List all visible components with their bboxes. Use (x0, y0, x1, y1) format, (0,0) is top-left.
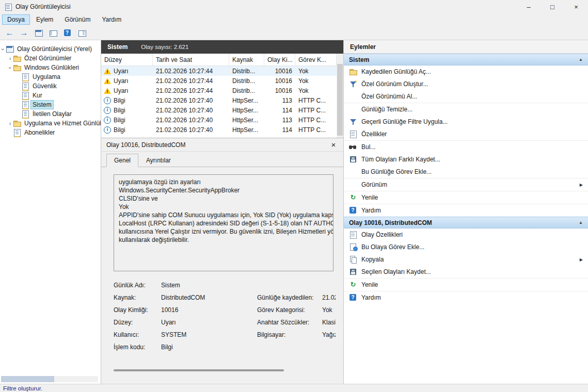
minimize-button[interactable]: – (517, 0, 541, 13)
column-level[interactable]: Düzey (101, 54, 153, 66)
toolbar-back-button[interactable]: ← (3, 27, 16, 39)
actions-group-event-header[interactable]: Olay 10016, DistributedCOM ▲ (344, 217, 588, 228)
action-open-saved-log[interactable]: Kaydedilen Günlüğü Aç... (344, 66, 588, 78)
action-help[interactable]: Yardım (344, 204, 588, 217)
chevron-expanded-icon[interactable]: › (0, 46, 6, 52)
action-save-selected-events[interactable]: Seçilen Olayları Kaydet... (344, 266, 588, 278)
chevron-expanded-icon[interactable]: › (7, 65, 13, 71)
field-label: Kaynak: (114, 294, 161, 301)
chevron-collapsed-icon[interactable]: › (7, 121, 13, 126)
toolbar: ← → (0, 26, 588, 40)
action-create-custom-view[interactable]: Özel Görünüm Oluştur... (344, 78, 588, 90)
action-attach-task-to-event[interactable]: Bu Olaya Görev Ekle... (344, 241, 588, 253)
action-help-event[interactable]: Yardım (344, 291, 588, 304)
tree-item-root[interactable]: › Olay Görüntüleyicisi (Yerel) (0, 44, 101, 54)
action-save-all-events-as[interactable]: Tüm Olayları Farklı Kaydet... (344, 153, 588, 166)
event-row[interactable]: Uyarı 21.02.2026 10:27:44 Distrib... 100… (101, 76, 337, 86)
tree-horizontal-scrollbar[interactable] (1, 376, 98, 382)
toolbar-forward-button[interactable]: → (18, 27, 30, 39)
info-icon (103, 116, 112, 124)
field-label: Günlüğe kaydedilen: (257, 294, 322, 301)
log-icon (21, 110, 29, 118)
action-properties[interactable]: Özellikler (344, 128, 588, 140)
menu-dosya[interactable]: Dosya (2, 14, 30, 25)
scrollbar-thumb[interactable] (1, 376, 54, 382)
toolbar-console-window-button[interactable] (32, 27, 45, 39)
tab-general[interactable]: Genel (106, 154, 138, 167)
column-headers: Düzey Tarih ve Saat Kaynak Olay Ki... Gö… (101, 54, 337, 66)
field-label: Olay Kimliği: (114, 306, 161, 314)
tree-item-setup-log[interactable]: Kur (0, 91, 101, 100)
tree-item-subscriptions[interactable]: Abonelikler (0, 128, 101, 137)
list-title: Sistem (107, 43, 128, 51)
scrollbar-thumb[interactable] (337, 64, 343, 136)
preview-pane: Olay 10016, DistributedCOM × Genel Ayrın… (101, 138, 343, 384)
collapse-icon[interactable]: ▲ (579, 220, 583, 225)
action-import-custom-view[interactable]: Özel Görünümü Al... (344, 90, 588, 103)
action-find[interactable]: Bul... (344, 141, 588, 153)
action-attach-task-to-log[interactable]: Bu Günlüğe Görev Ekle... (344, 166, 588, 178)
field-label: Günlük Adı: (114, 282, 161, 289)
menu-bar: Dosya Eylem Görünüm Yardım (0, 13, 588, 26)
field-value (322, 344, 336, 351)
event-list-scrollbar[interactable] (337, 54, 343, 138)
tree-item-windows-logs[interactable]: › Windows Günlükleri (0, 63, 101, 72)
action-view[interactable]: Görünüm ▶ (344, 178, 588, 191)
tree-item-apps-services-logs[interactable]: › Uygulama ve Hizmet Günlük (0, 119, 101, 128)
field-label: Kullanıcı: (114, 331, 161, 338)
column-source[interactable]: Kaynak (229, 54, 264, 66)
field-label (257, 344, 322, 351)
field-value: Yağız (322, 331, 336, 338)
status-text: Filtre oluşturur. (3, 385, 42, 391)
tree-item-system-log[interactable]: Sistem (0, 100, 101, 109)
field-label: Bilgisayar: (257, 331, 322, 338)
scrollbar-thumb[interactable] (114, 369, 284, 371)
event-description[interactable]: uygulamaya özgü izin ayarları Windows.Se… (114, 174, 333, 271)
toolbar-show-action-pane-button[interactable] (75, 27, 88, 39)
action-refresh-event[interactable]: Yenile (344, 279, 588, 291)
tree-item-application-log[interactable]: Uygulama (0, 72, 101, 81)
action-filter-current-log[interactable]: Geçerli Günlüğe Filtre Uygula... (344, 116, 588, 128)
collapse-icon[interactable]: ▲ (579, 57, 583, 62)
column-event-id[interactable]: Olay Ki... (264, 54, 295, 66)
close-icon[interactable]: × (329, 140, 338, 149)
column-datetime[interactable]: Tarih ve Saat (153, 54, 229, 66)
actions-group-system-header[interactable]: Sistem ▲ (344, 54, 588, 66)
maximize-button[interactable]: □ (541, 0, 564, 13)
menu-yardim[interactable]: Yardım (97, 14, 126, 25)
submenu-arrow-icon: ▶ (580, 183, 583, 187)
tree-item-forwarded-events[interactable]: İletilen Olaylar (0, 109, 101, 119)
save-icon (349, 155, 357, 164)
field-label (257, 282, 322, 289)
event-count: Olay sayısı: 2.621 (141, 44, 188, 50)
close-button[interactable]: × (564, 0, 588, 13)
event-row[interactable]: Uyarı 21.02.2026 10:27:44 Distrib... 100… (101, 86, 337, 95)
event-row[interactable]: Bilgi 21.02.2026 10:27:40 HttpSer... 113… (101, 115, 337, 125)
tree-item-custom-views[interactable]: › Özel Görünümler (0, 54, 101, 63)
action-clear-log[interactable]: Günlüğü Temizle... (344, 103, 588, 116)
toolbar-help-button[interactable] (61, 27, 74, 39)
event-row[interactable]: Bilgi 21.02.2026 10:27:40 HttpSer... 114… (101, 105, 337, 115)
toolbar-show-console-tree-button[interactable] (46, 27, 59, 39)
tab-details[interactable]: Ayrıntılar (138, 154, 179, 167)
chevron-collapsed-icon[interactable]: › (7, 56, 13, 61)
log-icon (21, 73, 29, 81)
event-fields: Günlük Adı: Sistem Kaynak: DistributedCO… (114, 282, 336, 351)
menu-eylem[interactable]: Eylem (31, 14, 58, 25)
event-row[interactable]: Bilgi 21.02.2026 10:27:40 HttpSer... 114… (101, 125, 337, 135)
detail-horizontal-scrollbar[interactable] (114, 368, 333, 372)
field-value: 10016 (161, 306, 257, 314)
action-refresh[interactable]: Yenile (344, 191, 588, 204)
detail-tabs: Genel Ayrıntılar (101, 152, 343, 167)
menu-gorunum[interactable]: Görünüm (59, 14, 96, 25)
event-row[interactable]: Bilgi 21.02.2026 10:27:40 HttpSer... 113… (101, 95, 337, 105)
save-icon (349, 268, 357, 276)
tree-item-security-log[interactable]: Güvenlik (0, 81, 101, 91)
warning-icon (103, 67, 112, 75)
action-event-properties[interactable]: Olay Özellikleri (344, 228, 588, 241)
folder-icon (13, 63, 21, 72)
help-icon (349, 206, 357, 215)
action-copy[interactable]: Kopyala ▶ (344, 253, 588, 266)
column-task-category[interactable]: Görev K... (295, 54, 337, 66)
event-row[interactable]: Uyarı 21.02.2026 10:27:44 Distrib... 100… (101, 66, 337, 76)
